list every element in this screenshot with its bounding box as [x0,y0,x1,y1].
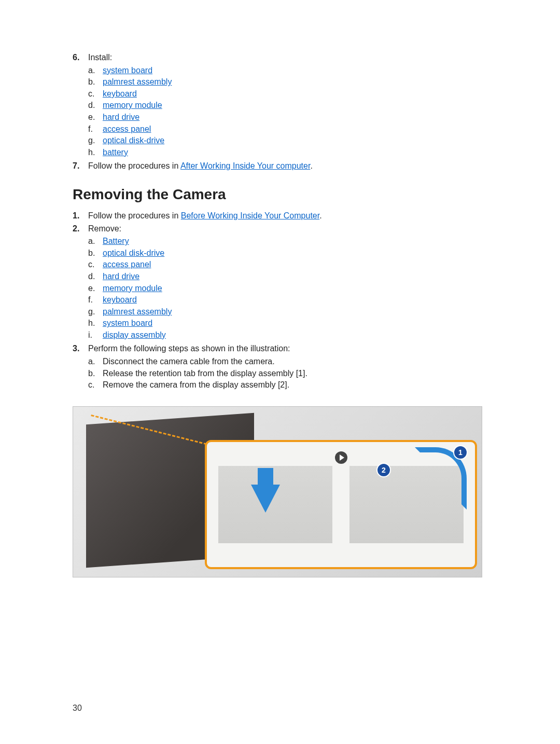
install-list-label[interactable]: battery [103,147,128,158]
install-list-letter: h. [88,147,103,158]
install-list-label[interactable]: keyboard [103,88,137,100]
remove-list-label[interactable]: hard drive [103,271,139,282]
install-list-letter: d. [88,100,103,111]
play-icon[interactable] [335,451,347,464]
install-list-letter: a. [88,65,103,76]
step-6-number: 6. [73,52,88,159]
remove-list-item: e.memory module [88,283,172,294]
install-list-item: c.keyboard [88,88,172,100]
remove-list-letter: h. [88,318,103,329]
arrow-down-icon [251,485,280,513]
step-7-suffix: . [310,161,312,170]
remove-list-item: a.Battery [88,236,172,247]
remove-list-label[interactable]: system board [103,318,152,329]
link-after-working[interactable]: After Working Inside Your computer [180,161,311,170]
step-6-text: Install: [88,53,112,62]
install-list-label[interactable]: memory module [103,100,162,111]
remove-list-label[interactable]: Battery [103,236,129,247]
perform-list-label: Release the retention tab from the displ… [103,368,307,379]
perform-list-letter: b. [88,368,103,379]
remove-list-label[interactable]: display assembly [103,329,166,341]
remove-list-item: i.display assembly [88,329,172,341]
remove-list-label[interactable]: optical disk-drive [103,247,164,259]
install-list-letter: b. [88,76,103,88]
remove-list-letter: d. [88,271,103,282]
perform-list-item: c.Remove the camera from the display ass… [88,379,307,391]
callout-badge-1: 1 [453,445,468,460]
rstep-2-number: 2. [73,223,88,342]
callout-badge-2: 2 [376,463,391,477]
remove-list-item: d.hard drive [88,271,172,282]
remove-list-item: b.optical disk-drive [88,247,172,259]
install-list-item: b.palmrest assembly [88,76,172,88]
install-list-label[interactable]: access panel [103,123,151,135]
rstep-1-number: 1. [73,210,88,222]
remove-list-letter: e. [88,283,103,294]
remove-list-letter: a. [88,236,103,247]
rstep-2: 2. Remove: a.Batteryb.optical disk-drive… [73,223,498,342]
remove-list-label[interactable]: memory module [103,283,162,294]
figure-inset: 2 1 [205,440,477,569]
remove-list-label[interactable]: palmrest assembly [103,306,172,318]
install-list-letter: e. [88,112,103,123]
install-list-item: g.optical disk-drive [88,135,172,146]
rstep-2-text: Remove: [88,224,121,233]
install-list-item: d.memory module [88,100,172,111]
install-list-letter: g. [88,135,103,146]
perform-list-letter: a. [88,356,103,367]
figure-camera-removal: 2 1 [73,406,482,577]
rstep-3-number: 3. [73,343,88,391]
install-list-item: e.hard drive [88,112,172,123]
step-6: 6. Install: a.system boardb.palmrest ass… [73,52,498,159]
page-number: 30 [73,704,82,713]
perform-list-item: a.Disconnect the camera cable from the c… [88,356,307,367]
perform-list-label: Remove the camera from the display assem… [103,379,289,391]
perform-list-item: b.Release the retention tab from the dis… [88,368,307,379]
install-list-letter: f. [88,123,103,135]
remove-list-letter: c. [88,259,103,270]
rstep-1-prefix: Follow the procedures in [88,211,181,220]
install-list-item: a.system board [88,65,172,76]
rstep-1-suffix: . [319,211,321,220]
remove-list-letter: f. [88,294,103,306]
remove-list-item: c.access panel [88,259,172,270]
install-list-label[interactable]: system board [103,65,152,76]
remove-list-letter: b. [88,247,103,259]
remove-list-letter: g. [88,306,103,318]
step-7-prefix: Follow the procedures in [88,161,180,170]
rstep-3: 3. Perform the following steps as shown … [73,343,498,391]
rstep-3-text: Perform the following steps as shown in … [88,344,290,353]
heading-removing-camera: Removing the Camera [73,186,498,203]
install-list-letter: c. [88,88,103,100]
install-list-label[interactable]: palmrest assembly [103,76,172,88]
perform-list-letter: c. [88,379,103,391]
remove-list-item: g.palmrest assembly [88,306,172,318]
link-before-working[interactable]: Before Working Inside Your Computer [181,211,319,220]
rstep-1: 1. Follow the procedures in Before Worki… [73,210,498,222]
step-7: 7. Follow the procedures in After Workin… [73,160,498,172]
install-list-label[interactable]: hard drive [103,112,139,123]
install-list-label[interactable]: optical disk-drive [103,135,164,146]
remove-list-label[interactable]: keyboard [103,294,137,306]
remove-list-item: f.keyboard [88,294,172,306]
remove-list-item: h.system board [88,318,172,329]
step-7-number: 7. [73,160,88,172]
perform-list-label: Disconnect the camera cable from the cam… [103,356,275,367]
install-list-item: f.access panel [88,123,172,135]
remove-list-letter: i. [88,329,103,341]
install-list-item: h.battery [88,147,172,158]
remove-list-label[interactable]: access panel [103,259,151,270]
